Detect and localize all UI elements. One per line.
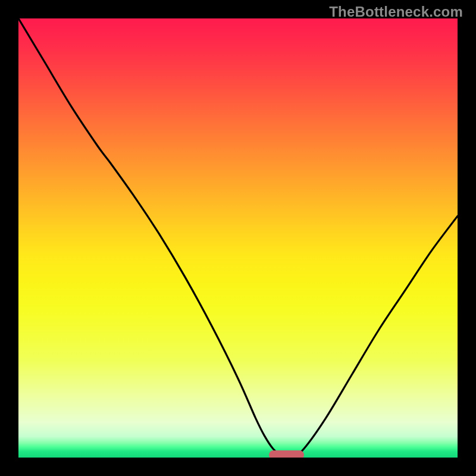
plot-area — [18, 18, 458, 458]
optimal-marker — [269, 450, 304, 458]
watermark-text: TheBottleneck.com — [329, 4, 463, 20]
bottleneck-curve — [18, 18, 458, 458]
